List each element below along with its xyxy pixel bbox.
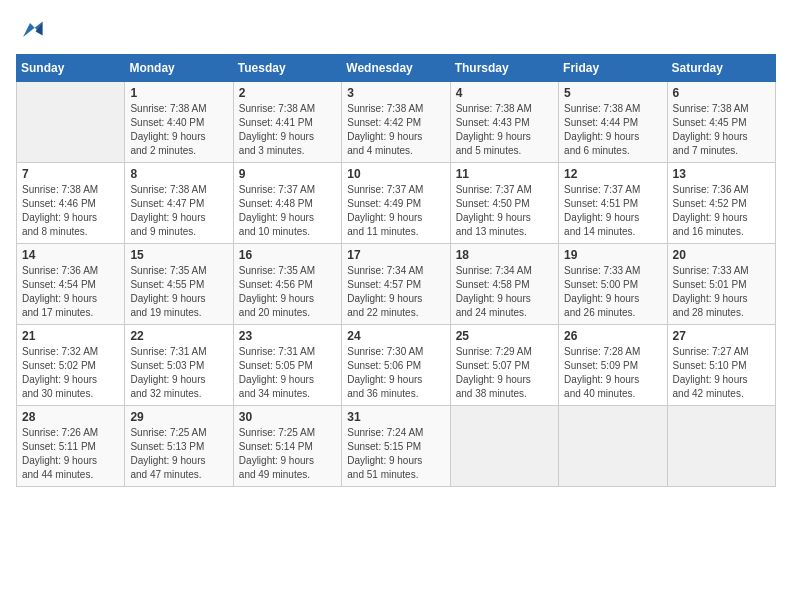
day-info: Sunrise: 7:33 AM Sunset: 5:01 PM Dayligh… bbox=[673, 264, 770, 320]
day-info: Sunrise: 7:38 AM Sunset: 4:46 PM Dayligh… bbox=[22, 183, 119, 239]
day-number: 22 bbox=[130, 329, 227, 343]
calendar-cell bbox=[667, 406, 775, 487]
logo-icon bbox=[16, 16, 44, 44]
calendar-cell: 5Sunrise: 7:38 AM Sunset: 4:44 PM Daylig… bbox=[559, 82, 667, 163]
day-info: Sunrise: 7:33 AM Sunset: 5:00 PM Dayligh… bbox=[564, 264, 661, 320]
day-info: Sunrise: 7:24 AM Sunset: 5:15 PM Dayligh… bbox=[347, 426, 444, 482]
day-header-thursday: Thursday bbox=[450, 55, 558, 82]
day-number: 20 bbox=[673, 248, 770, 262]
calendar-cell: 29Sunrise: 7:25 AM Sunset: 5:13 PM Dayli… bbox=[125, 406, 233, 487]
day-number: 9 bbox=[239, 167, 336, 181]
calendar-cell: 13Sunrise: 7:36 AM Sunset: 4:52 PM Dayli… bbox=[667, 163, 775, 244]
calendar-cell: 19Sunrise: 7:33 AM Sunset: 5:00 PM Dayli… bbox=[559, 244, 667, 325]
day-number: 19 bbox=[564, 248, 661, 262]
day-header-friday: Friday bbox=[559, 55, 667, 82]
day-info: Sunrise: 7:31 AM Sunset: 5:05 PM Dayligh… bbox=[239, 345, 336, 401]
day-number: 6 bbox=[673, 86, 770, 100]
calendar-cell: 1Sunrise: 7:38 AM Sunset: 4:40 PM Daylig… bbox=[125, 82, 233, 163]
page-header bbox=[16, 16, 776, 44]
calendar-cell bbox=[450, 406, 558, 487]
day-number: 18 bbox=[456, 248, 553, 262]
day-number: 25 bbox=[456, 329, 553, 343]
day-info: Sunrise: 7:38 AM Sunset: 4:43 PM Dayligh… bbox=[456, 102, 553, 158]
week-row-2: 14Sunrise: 7:36 AM Sunset: 4:54 PM Dayli… bbox=[17, 244, 776, 325]
calendar-cell: 11Sunrise: 7:37 AM Sunset: 4:50 PM Dayli… bbox=[450, 163, 558, 244]
calendar-cell: 9Sunrise: 7:37 AM Sunset: 4:48 PM Daylig… bbox=[233, 163, 341, 244]
day-number: 10 bbox=[347, 167, 444, 181]
day-info: Sunrise: 7:25 AM Sunset: 5:14 PM Dayligh… bbox=[239, 426, 336, 482]
calendar-cell: 8Sunrise: 7:38 AM Sunset: 4:47 PM Daylig… bbox=[125, 163, 233, 244]
day-number: 13 bbox=[673, 167, 770, 181]
day-number: 24 bbox=[347, 329, 444, 343]
calendar-table: SundayMondayTuesdayWednesdayThursdayFrid… bbox=[16, 54, 776, 487]
day-info: Sunrise: 7:37 AM Sunset: 4:50 PM Dayligh… bbox=[456, 183, 553, 239]
calendar-cell: 27Sunrise: 7:27 AM Sunset: 5:10 PM Dayli… bbox=[667, 325, 775, 406]
calendar-cell: 16Sunrise: 7:35 AM Sunset: 4:56 PM Dayli… bbox=[233, 244, 341, 325]
day-header-tuesday: Tuesday bbox=[233, 55, 341, 82]
day-info: Sunrise: 7:38 AM Sunset: 4:44 PM Dayligh… bbox=[564, 102, 661, 158]
day-info: Sunrise: 7:29 AM Sunset: 5:07 PM Dayligh… bbox=[456, 345, 553, 401]
day-number: 30 bbox=[239, 410, 336, 424]
day-number: 5 bbox=[564, 86, 661, 100]
calendar-cell: 3Sunrise: 7:38 AM Sunset: 4:42 PM Daylig… bbox=[342, 82, 450, 163]
day-header-wednesday: Wednesday bbox=[342, 55, 450, 82]
logo bbox=[16, 16, 48, 44]
calendar-cell: 26Sunrise: 7:28 AM Sunset: 5:09 PM Dayli… bbox=[559, 325, 667, 406]
day-header-saturday: Saturday bbox=[667, 55, 775, 82]
day-number: 21 bbox=[22, 329, 119, 343]
calendar-cell: 28Sunrise: 7:26 AM Sunset: 5:11 PM Dayli… bbox=[17, 406, 125, 487]
day-number: 3 bbox=[347, 86, 444, 100]
day-info: Sunrise: 7:34 AM Sunset: 4:57 PM Dayligh… bbox=[347, 264, 444, 320]
week-row-4: 28Sunrise: 7:26 AM Sunset: 5:11 PM Dayli… bbox=[17, 406, 776, 487]
day-info: Sunrise: 7:38 AM Sunset: 4:42 PM Dayligh… bbox=[347, 102, 444, 158]
calendar-cell: 6Sunrise: 7:38 AM Sunset: 4:45 PM Daylig… bbox=[667, 82, 775, 163]
calendar-cell bbox=[17, 82, 125, 163]
day-number: 29 bbox=[130, 410, 227, 424]
calendar-cell: 21Sunrise: 7:32 AM Sunset: 5:02 PM Dayli… bbox=[17, 325, 125, 406]
calendar-cell: 14Sunrise: 7:36 AM Sunset: 4:54 PM Dayli… bbox=[17, 244, 125, 325]
calendar-cell: 12Sunrise: 7:37 AM Sunset: 4:51 PM Dayli… bbox=[559, 163, 667, 244]
day-info: Sunrise: 7:37 AM Sunset: 4:48 PM Dayligh… bbox=[239, 183, 336, 239]
week-row-3: 21Sunrise: 7:32 AM Sunset: 5:02 PM Dayli… bbox=[17, 325, 776, 406]
day-number: 16 bbox=[239, 248, 336, 262]
day-info: Sunrise: 7:25 AM Sunset: 5:13 PM Dayligh… bbox=[130, 426, 227, 482]
header-row: SundayMondayTuesdayWednesdayThursdayFrid… bbox=[17, 55, 776, 82]
calendar-cell: 22Sunrise: 7:31 AM Sunset: 5:03 PM Dayli… bbox=[125, 325, 233, 406]
calendar-cell: 25Sunrise: 7:29 AM Sunset: 5:07 PM Dayli… bbox=[450, 325, 558, 406]
day-number: 14 bbox=[22, 248, 119, 262]
day-number: 8 bbox=[130, 167, 227, 181]
calendar-cell: 24Sunrise: 7:30 AM Sunset: 5:06 PM Dayli… bbox=[342, 325, 450, 406]
week-row-1: 7Sunrise: 7:38 AM Sunset: 4:46 PM Daylig… bbox=[17, 163, 776, 244]
day-info: Sunrise: 7:27 AM Sunset: 5:10 PM Dayligh… bbox=[673, 345, 770, 401]
calendar-cell: 18Sunrise: 7:34 AM Sunset: 4:58 PM Dayli… bbox=[450, 244, 558, 325]
day-info: Sunrise: 7:38 AM Sunset: 4:47 PM Dayligh… bbox=[130, 183, 227, 239]
day-number: 26 bbox=[564, 329, 661, 343]
day-info: Sunrise: 7:36 AM Sunset: 4:52 PM Dayligh… bbox=[673, 183, 770, 239]
day-info: Sunrise: 7:26 AM Sunset: 5:11 PM Dayligh… bbox=[22, 426, 119, 482]
day-number: 4 bbox=[456, 86, 553, 100]
day-number: 1 bbox=[130, 86, 227, 100]
day-info: Sunrise: 7:38 AM Sunset: 4:40 PM Dayligh… bbox=[130, 102, 227, 158]
calendar-cell: 31Sunrise: 7:24 AM Sunset: 5:15 PM Dayli… bbox=[342, 406, 450, 487]
day-number: 7 bbox=[22, 167, 119, 181]
calendar-cell: 10Sunrise: 7:37 AM Sunset: 4:49 PM Dayli… bbox=[342, 163, 450, 244]
calendar-cell bbox=[559, 406, 667, 487]
day-info: Sunrise: 7:38 AM Sunset: 4:45 PM Dayligh… bbox=[673, 102, 770, 158]
calendar-cell: 17Sunrise: 7:34 AM Sunset: 4:57 PM Dayli… bbox=[342, 244, 450, 325]
day-info: Sunrise: 7:35 AM Sunset: 4:55 PM Dayligh… bbox=[130, 264, 227, 320]
day-info: Sunrise: 7:34 AM Sunset: 4:58 PM Dayligh… bbox=[456, 264, 553, 320]
day-info: Sunrise: 7:36 AM Sunset: 4:54 PM Dayligh… bbox=[22, 264, 119, 320]
calendar-cell: 7Sunrise: 7:38 AM Sunset: 4:46 PM Daylig… bbox=[17, 163, 125, 244]
week-row-0: 1Sunrise: 7:38 AM Sunset: 4:40 PM Daylig… bbox=[17, 82, 776, 163]
day-info: Sunrise: 7:30 AM Sunset: 5:06 PM Dayligh… bbox=[347, 345, 444, 401]
calendar-cell: 23Sunrise: 7:31 AM Sunset: 5:05 PM Dayli… bbox=[233, 325, 341, 406]
day-info: Sunrise: 7:35 AM Sunset: 4:56 PM Dayligh… bbox=[239, 264, 336, 320]
calendar-cell: 2Sunrise: 7:38 AM Sunset: 4:41 PM Daylig… bbox=[233, 82, 341, 163]
day-info: Sunrise: 7:32 AM Sunset: 5:02 PM Dayligh… bbox=[22, 345, 119, 401]
day-info: Sunrise: 7:38 AM Sunset: 4:41 PM Dayligh… bbox=[239, 102, 336, 158]
day-number: 23 bbox=[239, 329, 336, 343]
day-number: 17 bbox=[347, 248, 444, 262]
day-number: 2 bbox=[239, 86, 336, 100]
day-number: 31 bbox=[347, 410, 444, 424]
day-number: 12 bbox=[564, 167, 661, 181]
